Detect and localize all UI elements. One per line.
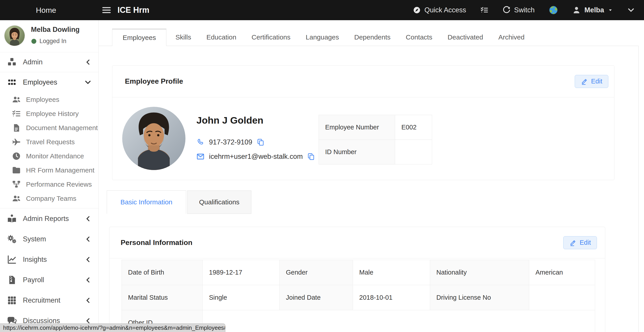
field-label: Joined Date	[280, 285, 353, 310]
tab-dependents[interactable]: Dependents	[348, 29, 397, 46]
sidebar-item-hr-form-management[interactable]: HR Form Management	[0, 163, 98, 177]
app-brand: ICE Hrm	[118, 0, 149, 20]
subtab-qualifications[interactable]: Qualifications	[187, 190, 251, 214]
personal-information-table: Date of Birth 1989-12-17 Gender Male Nat…	[122, 260, 595, 332]
book-reader-icon	[7, 214, 17, 224]
sidebar-item-employee-history[interactable]: Employee History	[0, 107, 98, 121]
pen-icon	[581, 78, 588, 85]
sidebar-item-payroll[interactable]: Payroll	[0, 270, 98, 290]
sidebar-employees-subitems: Employees Employee History Document Mana…	[0, 90, 98, 208]
cubes-icon	[7, 57, 17, 67]
sidebar-item-monitor-attendance[interactable]: Monitor Attendance	[0, 149, 98, 163]
compass-icon	[413, 6, 421, 14]
sidebar-profile: Melba Dowling Logged In	[0, 20, 98, 52]
diagram-icon	[12, 180, 21, 189]
sidebar-item-insights[interactable]: Insights	[0, 249, 98, 270]
hamburger-menu-icon[interactable]	[101, 5, 112, 15]
tab-archived[interactable]: Archived	[492, 29, 531, 46]
user-name-label: Melba	[584, 6, 604, 14]
quick-access-button[interactable]: Quick Access	[413, 6, 466, 14]
field-label: Marital Status	[122, 285, 203, 310]
detail-subtabs: Basic Information Qualifications	[107, 190, 251, 214]
tab-education[interactable]: Education	[200, 29, 243, 46]
sidebar-item-system[interactable]: System	[0, 229, 98, 249]
sidebar-item-admin[interactable]: Admin	[0, 52, 98, 72]
switch-arrow-icon	[502, 6, 510, 14]
sidebar-employees-group: Employees Employees Employee History Doc…	[0, 72, 98, 208]
quick-access-label: Quick Access	[424, 6, 466, 14]
personal-information-edit-button[interactable]: Edit	[563, 236, 597, 249]
table-row: Date of Birth 1989-12-17 Gender Male Nat…	[122, 260, 595, 285]
sidebar-item-employees-group[interactable]: Employees	[0, 75, 98, 90]
chevron-left-icon	[84, 235, 92, 243]
topbar-right-group: Quick Access Switch Melba	[413, 0, 635, 20]
users-icon	[12, 95, 21, 104]
collapse-topbar-chevron-icon[interactable]	[627, 6, 635, 14]
field-label: Gender	[280, 260, 353, 285]
tab-contacts[interactable]: Contacts	[399, 29, 439, 46]
sidebar-item-employees[interactable]: Employees	[0, 92, 98, 107]
checklist-icon[interactable]	[480, 6, 488, 14]
field-value: Male	[353, 260, 430, 285]
globe-language-icon[interactable]	[548, 5, 558, 15]
profile-status: Logged In	[32, 38, 66, 45]
switch-label: Switch	[514, 6, 534, 14]
table-row: Marital Status Single Joined Date 2018-1…	[122, 285, 595, 310]
gears-icon	[7, 234, 17, 244]
sidebar-item-recruitment[interactable]: Recruitment	[0, 290, 98, 310]
personal-information-card: Personal Information Edit Date of Birth …	[109, 227, 605, 332]
module-tabs: Employees Skills Education Certification…	[99, 20, 644, 46]
chevron-left-icon	[84, 317, 92, 324]
field-label: Employee Number	[319, 115, 395, 140]
phone-number: 917-372-9109	[209, 138, 252, 146]
employee-profile-header: Employee Profile Edit	[112, 66, 614, 97]
chevron-left-icon	[84, 59, 92, 66]
personal-information-title: Personal Information	[121, 238, 192, 247]
sidebar: Melba Dowling Logged In Admin Employees	[0, 20, 99, 332]
grid-large-icon	[7, 295, 17, 305]
employee-id-table: Employee Number E002 ID Number	[319, 115, 432, 164]
chevron-left-icon	[84, 276, 92, 283]
sidebar-item-travel-requests[interactable]: Travel Requests	[0, 135, 98, 149]
sidebar-item-document-management[interactable]: Document Management	[0, 121, 98, 135]
field-label: Nationality	[430, 260, 529, 285]
employee-profile-title: Employee Profile	[125, 77, 183, 86]
chart-line-icon	[7, 254, 17, 265]
switch-button[interactable]: Switch	[502, 6, 534, 14]
sidebar-item-admin-reports[interactable]: Admin Reports	[0, 208, 98, 229]
avatar[interactable]	[4, 25, 25, 46]
sidebar-item-company-teams[interactable]: Company Teams	[0, 191, 98, 205]
field-value: E002	[395, 115, 432, 140]
main-content: Employees Skills Education Certification…	[99, 20, 644, 332]
field-value: 1989-12-17	[203, 260, 280, 285]
field-value	[203, 310, 595, 332]
email-row: icehrm+user1@web-stalk.com	[196, 153, 315, 161]
tab-employees[interactable]: Employees	[112, 29, 166, 46]
tab-certifications[interactable]: Certifications	[245, 29, 297, 46]
field-value	[529, 285, 595, 310]
field-value: Single	[203, 285, 280, 310]
plane-icon	[12, 137, 21, 147]
logged-in-label: Logged In	[40, 38, 66, 45]
tab-skills[interactable]: Skills	[168, 29, 198, 46]
home-link[interactable]: Home	[36, 0, 56, 20]
copy-phone-icon[interactable]	[257, 138, 264, 146]
envelope-icon	[196, 153, 204, 161]
employee-name: John J Golden	[196, 115, 264, 126]
phone-row: 917-372-9109	[196, 138, 264, 146]
table-row: ID Number	[319, 140, 432, 164]
employee-profile-edit-button[interactable]: Edit	[575, 75, 608, 88]
chevron-left-icon	[84, 297, 92, 304]
user-menu[interactable]: Melba	[572, 6, 613, 14]
sidebar-item-performance-reviews[interactable]: Performance Reviews	[0, 177, 98, 191]
top-bar: Home ICE Hrm Quick Access Switch Melba	[0, 0, 644, 20]
subtab-basic-information[interactable]: Basic Information	[107, 190, 186, 214]
copy-email-icon[interactable]	[307, 153, 315, 160]
chevron-down-icon	[84, 79, 92, 86]
employee-profile-content: John J Golden 917-372-9109 icehrm+user1@…	[112, 97, 614, 180]
tab-deactivated[interactable]: Deactivated	[441, 29, 490, 46]
profile-name: Melba Dowling	[31, 26, 80, 34]
tab-languages[interactable]: Languages	[299, 29, 346, 46]
folder-icon	[12, 166, 21, 175]
field-label: Driving License No	[430, 285, 529, 310]
